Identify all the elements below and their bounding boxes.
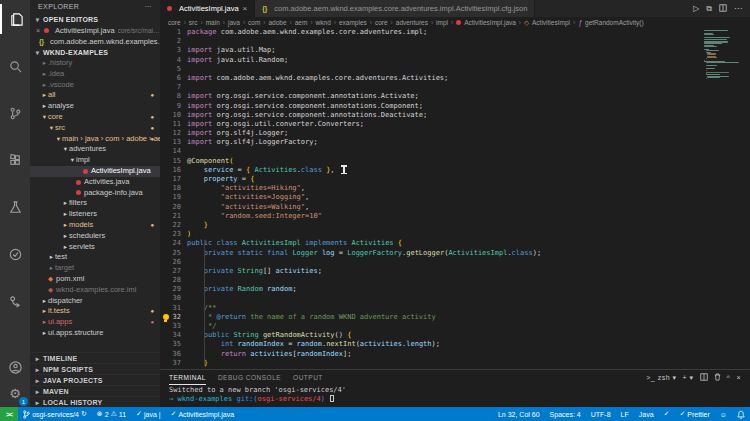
extensions-icon[interactable] — [0, 145, 30, 175]
chevron-right-icon[interactable]: ▸ — [62, 198, 69, 209]
problems-status[interactable]: ⊗ 2 ⚠ 11 — [92, 407, 131, 421]
tree-item-history[interactable]: ▸.history — [30, 58, 160, 69]
code-line-23[interactable]: 23) — [160, 230, 750, 239]
code-line-8[interactable]: 8import org.osgi.service.component.annot… — [160, 92, 750, 101]
code-line-20[interactable]: 20 "activities=Walking", — [160, 203, 750, 212]
git-branch-status[interactable]: osgi-services/4 ↻ — [18, 407, 92, 421]
close-icon[interactable]: × — [243, 4, 248, 13]
status-check-java[interactable]: ✓java | — [131, 407, 165, 421]
breadcrumb-item[interactable]: ActivitiesImpl.java — [464, 19, 516, 26]
code-line-27[interactable]: 27 private String[] activities; — [160, 267, 750, 276]
kill-terminal-trash-icon[interactable] — [714, 373, 721, 382]
terminal-output[interactable]: Switched to a new branch 'osgi-services/… — [160, 385, 750, 405]
code-line-37[interactable]: 37 } — [160, 359, 750, 368]
feedback-smiley-icon[interactable]: ☺ — [715, 407, 732, 421]
tree-item-ui-apps[interactable]: ▸ui.apps● — [30, 317, 160, 328]
search-icon[interactable] — [0, 51, 30, 81]
chevron-right-icon[interactable]: ▸ — [48, 263, 55, 274]
code-line-22[interactable]: 22 } — [160, 221, 750, 230]
chevron-right-icon[interactable]: ▸ — [62, 209, 69, 220]
panel-tab-debug-console[interactable]: DEBUG CONSOLE — [218, 370, 281, 385]
chevron-right-icon[interactable]: ▸ — [41, 317, 48, 328]
code-line-11[interactable]: 11import org.osgi.util.converter.Convert… — [160, 120, 750, 129]
code-line-19[interactable]: 19 "activities=Jogging", — [160, 193, 750, 202]
tree-item-schedulers[interactable]: ▸schedulers — [30, 231, 160, 242]
code-line-24[interactable]: 24public class ActivitiesImpl implements… — [160, 239, 750, 248]
panel-tab-output[interactable]: OUTPUT — [293, 370, 323, 385]
notifications-bell-icon[interactable] — [732, 407, 750, 421]
code-line-35[interactable]: 35 int randomIndex = random.nextInt(acti… — [160, 340, 750, 349]
code-line-1[interactable]: 1package com.adobe.aem.wknd.examples.cor… — [160, 28, 750, 37]
chevron-down-icon[interactable]: ▾ — [48, 123, 55, 134]
breadcrumb-item[interactable]: adventures — [396, 19, 428, 26]
chevron-right-icon[interactable]: ▸ — [62, 231, 69, 242]
code-line-17[interactable]: 17 property = { — [160, 175, 750, 184]
breadcrumb-item[interactable]: impl — [436, 19, 448, 26]
code-line-4[interactable]: 4import java.util.Random; — [160, 56, 750, 65]
code-line-33[interactable]: 33 */ — [160, 322, 750, 331]
run-play-icon[interactable]: ▷ — [693, 4, 699, 13]
code-line-32[interactable]: 32 * @return the name of a random WKND a… — [160, 313, 750, 322]
code-line-21[interactable]: 21 "random.seed:Integer=10" — [160, 212, 750, 221]
chevron-down-icon[interactable]: ▾ — [41, 112, 48, 123]
java-ready-icon[interactable]: ✓ — [659, 407, 675, 421]
code-line-25[interactable]: 25 private static final Logger log = Log… — [160, 249, 750, 258]
breadcrumb-item[interactable]: getRandomActivity() — [585, 19, 644, 26]
breadcrumb-item[interactable]: core — [375, 19, 388, 26]
status-ln-32-col-60[interactable]: Ln 32, Col 60 — [493, 407, 545, 421]
close-icon[interactable]: × — [36, 25, 41, 36]
tree-item-main-java-com-adobe-aem[interactable]: ▾main › java › com › adobe › aem...● — [30, 134, 160, 145]
status-java[interactable]: Java — [634, 407, 659, 421]
task-check-icon[interactable] — [0, 239, 30, 269]
tab-com-adobe-aem-wknd-examples-core-adventures-impl-activitiesimpl-cfg-json[interactable]: {}com.adobe.aem.wknd.examples.core.adven… — [255, 0, 535, 17]
chevron-down-icon[interactable]: ▾ — [62, 144, 69, 155]
tree-item-test[interactable]: ▸test — [30, 252, 160, 263]
breadcrumb-item[interactable]: examples — [339, 19, 367, 26]
tree-item-dispatcher[interactable]: ▸dispatcher — [30, 296, 160, 307]
chevron-right-icon[interactable]: ▸ — [41, 306, 48, 317]
split-terminal-icon[interactable] — [700, 373, 708, 382]
chevron-right-icon[interactable]: ▸ — [41, 69, 48, 80]
sidebar-section-npm-scripts[interactable]: ▸NPM SCRIPTS — [30, 363, 160, 374]
code-line-14[interactable]: 14 — [160, 147, 750, 156]
tree-item-analyse[interactable]: ▸analyse — [30, 101, 160, 112]
terminal-shell-picker[interactable]: >_ zsh ▾ — [646, 374, 676, 382]
status-utf-8[interactable]: UTF-8 — [586, 407, 616, 421]
more-actions-icon[interactable]: ⋯ — [734, 4, 742, 13]
tree-item-it-tests[interactable]: ▸it.tests● — [30, 306, 160, 317]
remote-indicator[interactable]: >< — [0, 407, 18, 421]
testing-flask-icon[interactable] — [0, 192, 30, 222]
code-editor[interactable]: 1package com.adobe.aem.wknd.examples.cor… — [160, 28, 750, 369]
chevron-right-icon[interactable]: ▸ — [48, 252, 55, 263]
breadcrumb-item[interactable]: wknd — [316, 19, 331, 26]
chevron-down-icon[interactable]: ▾ — [55, 134, 62, 145]
close-panel-icon[interactable]: × — [736, 374, 741, 381]
chevron-down-icon[interactable]: ▾ — [69, 155, 76, 166]
open-editor-activitiesimpl-java[interactable]: ×ActivitiesImpl.javacore/src/main/ja... — [30, 25, 160, 36]
tree-item-idea[interactable]: ▸.idea — [30, 69, 160, 80]
code-line-7[interactable]: 7 — [160, 83, 750, 92]
code-line-31[interactable]: 31 /** — [160, 304, 750, 313]
chevron-right-icon[interactable]: ▸ — [41, 80, 48, 91]
breadcrumb-item[interactable]: core — [168, 19, 181, 26]
breadcrumb-item[interactable]: src — [189, 19, 198, 26]
tree-item-package-info-java[interactable]: package-info.java — [30, 188, 160, 199]
breadcrumb-item[interactable]: adobe — [269, 19, 287, 26]
tree-item-activities-java[interactable]: Activities.java — [30, 177, 160, 188]
code-line-9[interactable]: 9import org.osgi.service.component.annot… — [160, 102, 750, 111]
chevron-right-icon[interactable]: ▸ — [41, 101, 48, 112]
breadcrumb-item[interactable]: java — [228, 19, 240, 26]
sidebar-section-maven[interactable]: ▸MAVEN — [30, 385, 160, 396]
tree-item-servlets[interactable]: ▸servlets — [30, 242, 160, 253]
tree-item-filters[interactable]: ▸filters — [30, 198, 160, 209]
code-line-18[interactable]: 18 "activities=Hiking", — [160, 184, 750, 193]
tree-item-listeners[interactable]: ▸listeners — [30, 209, 160, 220]
new-terminal-icon[interactable]: + ▾ — [683, 374, 694, 382]
source-control-icon[interactable] — [0, 98, 30, 128]
chevron-right-icon[interactable]: ▸ — [41, 296, 48, 307]
code-line-5[interactable]: 5 — [160, 65, 750, 74]
tree-item-all[interactable]: ▸all● — [30, 90, 160, 101]
code-line-30[interactable]: 30 — [160, 294, 750, 303]
code-line-12[interactable]: 12import org.slf4j.Logger; — [160, 129, 750, 138]
settings-gear-icon[interactable]: ⚙ 1 — [0, 378, 30, 408]
